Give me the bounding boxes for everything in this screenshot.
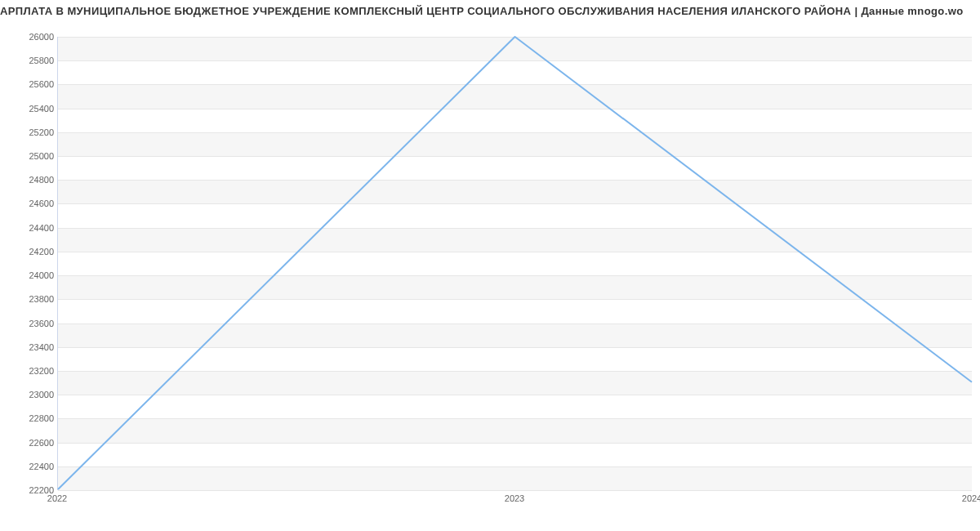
gridline <box>58 490 972 491</box>
y-tick-label: 25200 <box>5 127 54 137</box>
y-tick-label: 24600 <box>5 199 54 208</box>
y-tick-label: 24200 <box>5 247 54 257</box>
x-tick-label: 2022 <box>47 493 67 503</box>
y-tick-label: 23400 <box>5 342 54 352</box>
y-tick-label: 24000 <box>5 270 54 280</box>
y-tick-label: 24400 <box>5 223 54 233</box>
y-tick-label: 25800 <box>5 56 54 65</box>
y-tick-label: 23000 <box>5 390 54 399</box>
y-tick-label: 22800 <box>5 413 54 423</box>
x-tick-label: 2024 <box>962 493 980 503</box>
y-tick-label: 23600 <box>5 319 54 328</box>
y-tick-label: 23200 <box>5 366 54 376</box>
y-tick-label: 25400 <box>5 104 54 114</box>
y-tick-label: 22400 <box>5 462 54 471</box>
chart-title: АРПЛАТА В МУНИЦИПАЛЬНОЕ БЮДЖЕТНОЕ УЧРЕЖД… <box>0 5 980 17</box>
y-tick-label: 25600 <box>5 79 54 89</box>
plot-inner <box>57 37 972 490</box>
plot-area <box>57 37 972 490</box>
line-chart: АРПЛАТА В МУНИЦИПАЛЬНОЕ БЮДЖЕТНОЕ УЧРЕЖД… <box>0 0 980 531</box>
x-tick-label: 2023 <box>505 493 524 503</box>
y-tick-label: 22600 <box>5 438 54 448</box>
y-tick-label: 24800 <box>5 175 54 185</box>
y-tick-label: 25000 <box>5 151 54 161</box>
line-series <box>58 37 972 489</box>
y-tick-label: 23800 <box>5 294 54 304</box>
y-tick-label: 26000 <box>5 32 54 42</box>
